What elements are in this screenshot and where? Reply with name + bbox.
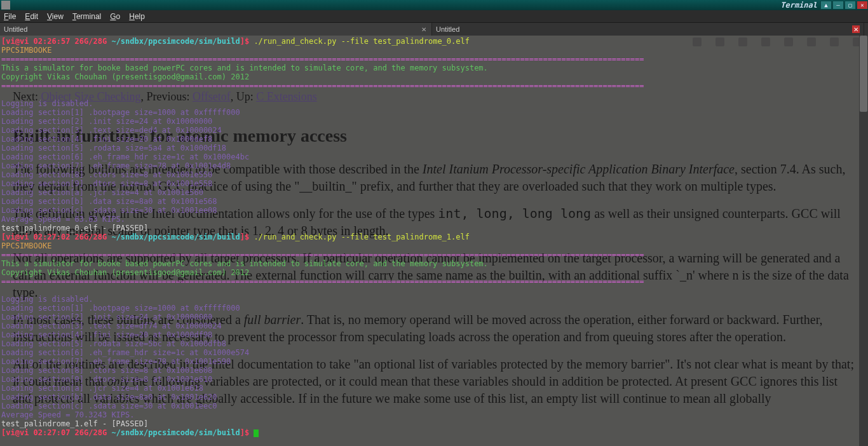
tab-close-icon[interactable]: ✕	[420, 25, 428, 33]
terminal-line: Logging is disabled.	[1, 99, 858, 108]
terminal-line: Loading section[b] .data size=8a0 at 0x1…	[1, 197, 858, 206]
terminal-line: Loading section[a] .jcr size=4 at 0x1001…	[1, 384, 858, 393]
terminal-line: test_palindrome_0.elf - [PASSED]	[1, 224, 858, 233]
tab-1[interactable]: Untitled ✕	[432, 23, 864, 36]
window-titlebar[interactable]: Terminal ▲ — ▢ ✕	[0, 0, 868, 10]
terminal-viewport[interactable]: [vi@vi 02:26:57 26G/28G ~/sndbx/ppcsimco…	[0, 36, 859, 446]
menu-edit[interactable]: Edit	[25, 12, 38, 21]
terminal-line: Loading section[1] .bootpage size=1000 a…	[1, 108, 858, 117]
app-icon	[1, 1, 10, 10]
terminal-line: [vi@vi 02:26:57 26G/28G ~/sndbx/ppcsimco…	[1, 37, 858, 46]
terminal-line: Loading section[b] .data size=8a0 at 0x1…	[1, 393, 858, 402]
terminal-line: [vi@vi 02:27:02 26G/28G ~/sndbx/ppcsimco…	[1, 233, 858, 241]
terminal-line: test_palindrome_1.elf - [PASSED]	[1, 419, 858, 428]
tab-label: Untitled	[4, 25, 27, 33]
menu-view[interactable]: View	[47, 12, 64, 21]
terminal-line: Loading section[5] .rodata size=5bc at 0…	[1, 339, 858, 348]
terminal-line: ========================================…	[1, 250, 858, 259]
terminal-line: Loading section[6] .eh_frame_hdr size=1c…	[1, 152, 858, 161]
menu-terminal[interactable]: Terminal	[72, 12, 101, 21]
menu-file[interactable]: File	[4, 12, 16, 21]
terminal-line: ========================================…	[1, 81, 858, 90]
terminal-line: Loading section[5] .rodata size=5a4 at 0…	[1, 144, 858, 152]
tab-label: Untitled	[436, 25, 459, 33]
menu-help[interactable]: Help	[129, 12, 145, 21]
terminal-line: Loading section[4] .fini size=20 at 0x10…	[1, 330, 858, 339]
terminal-line: Loading section[c] .sdata size=30 at 0x1…	[1, 402, 858, 410]
scrollbar-thumb[interactable]	[860, 36, 867, 112]
terminal-line: Loading section[3] .text size=df74 at 0x…	[1, 321, 858, 330]
terminal-line: Loading section[4] .fini size=20 at 0x10…	[1, 135, 858, 144]
terminal-line: Loading section[8] .ctors size=8 at 0x10…	[1, 170, 858, 179]
scrollbar[interactable]	[859, 36, 868, 446]
terminal-line: Loading section[7] .eh_frame size=78 at …	[1, 357, 858, 366]
terminal-line: Average Speed = 63.63 KIPS.	[1, 215, 858, 224]
terminal-line: Loading section[2] .init size=24 at 0x10…	[1, 313, 858, 321]
terminal-line: Loading section[3] .text size=ded4 at 0x…	[1, 126, 858, 135]
terminal-line: Loading section[9] .dtors size=8 at 0x10…	[1, 375, 858, 384]
tab-close-icon[interactable]: ✕	[852, 25, 860, 33]
tab-bar: Untitled ✕ Untitled ✕	[0, 23, 868, 36]
terminal-line: Loading section[6] .eh_frame_hdr size=1c…	[1, 348, 858, 357]
terminal-line: ========================================…	[1, 277, 858, 286]
menu-go[interactable]: Go	[110, 12, 120, 21]
terminal-line: ========================================…	[1, 55, 858, 64]
terminal-line: Loading section[2] .init size=24 at 0x10…	[1, 117, 858, 126]
terminal-line: Loading section[1] .bootpage size=1000 a…	[1, 304, 858, 313]
cursor	[254, 429, 259, 437]
terminal-line: This a simulator for booke based powerPC…	[1, 64, 858, 72]
terminal-line: PPCSIMBOOKE	[1, 46, 858, 55]
terminal-line: Loading section[c] .sdata size=30 at 0x1…	[1, 206, 858, 215]
minimize-button[interactable]: —	[832, 1, 844, 10]
terminal-line: Loading section[8] .ctors size=8 at 0x10…	[1, 366, 858, 375]
terminal-line: Loading section[a] .jcr size=4 at 0x1001…	[1, 188, 858, 197]
terminal-line: Loading section[9] .dtors size=8 at 0x10…	[1, 179, 858, 188]
maximize-button[interactable]: ▢	[844, 1, 856, 10]
close-button[interactable]: ✕	[857, 1, 868, 10]
terminal-line: Loading section[7] .eh_frame size=78 at …	[1, 161, 858, 170]
window-title: Terminal	[780, 1, 817, 10]
terminal-line: PPCSIMBOOKE	[1, 241, 858, 250]
shade-button[interactable]: ▲	[820, 1, 832, 10]
terminal-line: Copyright Vikas Chouhan (presentisgood@g…	[1, 268, 858, 277]
terminal-line	[1, 286, 858, 295]
tab-0[interactable]: Untitled ✕	[0, 23, 432, 36]
terminal-line: [vi@vi 02:27:07 26G/28G ~/sndbx/ppcsimco…	[1, 428, 858, 437]
terminal-line: Average Speed = 70.3243 KIPS.	[1, 410, 858, 419]
terminal-line: This a simulator for booke based powerPC…	[1, 259, 858, 268]
terminal-line: Copyright Vikas Chouhan (presentisgood@g…	[1, 72, 858, 81]
terminal-line: Logging is disabled.	[1, 295, 858, 304]
menu-bar: File Edit View Terminal Go Help	[0, 10, 868, 23]
terminal-line	[1, 90, 858, 99]
